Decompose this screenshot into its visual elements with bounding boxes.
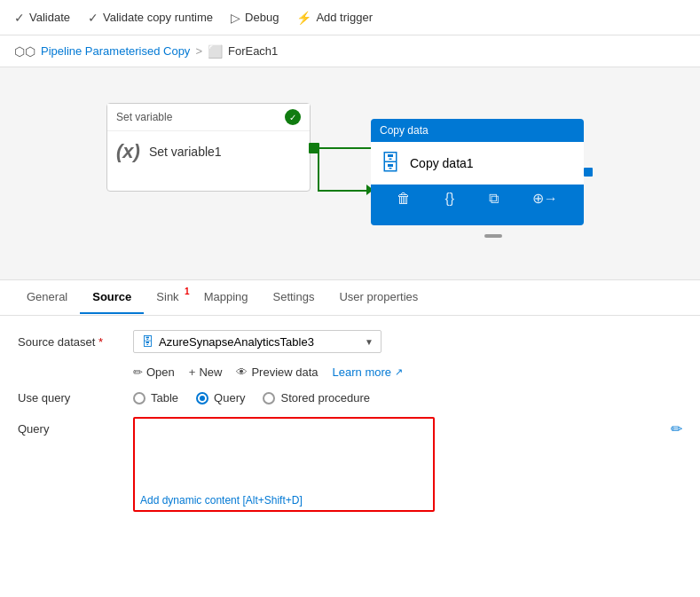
new-button[interactable]: + New	[189, 365, 223, 379]
dataset-name: AzureSynapseAnalyticsTable3	[159, 335, 314, 349]
tab-mapping[interactable]: Mapping	[192, 281, 261, 314]
activity-tabs: General Source Sink 1 Mapping Settings U…	[0, 280, 700, 316]
connector-line-v	[318, 147, 319, 192]
collapse-indicator	[484, 234, 502, 238]
copy-data-name: Copy data1	[410, 156, 474, 170]
copy-data-title: Copy data	[380, 124, 429, 137]
copy-data-icon: 🗄	[380, 151, 401, 176]
debug-button[interactable]: ▷ Debug	[231, 11, 279, 25]
external-link-icon: ↗	[395, 366, 403, 378]
pipeline-icon: ⬡⬡	[14, 44, 35, 59]
tab-user-properties[interactable]: User properties	[326, 281, 430, 314]
tab-source[interactable]: Source	[80, 281, 144, 314]
copy-data-connector	[584, 168, 593, 177]
set-variable-header: Set variable ✓	[107, 104, 310, 131]
validate-icon: ✓	[14, 11, 25, 25]
connector-line-h2	[318, 190, 371, 192]
set-variable-check-icon: ✓	[285, 109, 301, 125]
debug-icon: ▷	[231, 11, 240, 25]
query-radio-circle	[196, 392, 208, 405]
use-query-row: Use query Table Query Stored procedure	[18, 391, 682, 405]
add-dynamic-content-link[interactable]: Add dynamic content [Alt+Shift+D]	[135, 492, 433, 510]
set-variable-title: Set variable	[116, 111, 172, 123]
learn-more-link[interactable]: Learn more ↗	[333, 365, 403, 379]
tab-sink[interactable]: Sink 1	[144, 281, 191, 314]
use-query-options: Table Query Stored procedure	[133, 391, 682, 405]
open-button[interactable]: ✏ Open	[133, 365, 175, 379]
variable-icon: (x)	[116, 140, 140, 163]
validate-button[interactable]: ✓ Validate	[14, 11, 70, 25]
copy-data-body: 🗄 Copy data1	[371, 142, 584, 185]
source-dataset-value: 🗄 AzureSynapseAnalyticsTable3 ▼	[133, 330, 682, 353]
query-value-area: Add dynamic content [Alt+Shift+D] ✏	[133, 417, 682, 512]
use-query-label: Use query	[18, 391, 133, 405]
pipeline-label[interactable]: Pipeline Parameterised Copy	[41, 44, 190, 58]
connector-line-h	[318, 147, 371, 149]
edit-pencil-icon[interactable]: ✏	[671, 420, 682, 437]
sink-badge: 1	[185, 287, 190, 296]
validate-copy-runtime-button[interactable]: ✓ Validate copy runtime	[88, 11, 213, 25]
add-connection-icon[interactable]: ⊕→	[532, 190, 558, 207]
query-input[interactable]	[135, 419, 433, 490]
stored-procedure-radio-circle	[263, 392, 275, 405]
query-row: Query Add dynamic content [Alt+Shift+D] …	[18, 417, 682, 512]
add-trigger-button[interactable]: ⚡ Add trigger	[296, 11, 373, 25]
source-dataset-row: Source dataset * 🗄 AzureSynapseAnalytics…	[18, 330, 682, 353]
tab-settings[interactable]: Settings	[261, 281, 327, 314]
foreach-icon: ⬜	[208, 44, 223, 59]
radio-table[interactable]: Table	[133, 391, 178, 405]
trigger-icon: ⚡	[296, 11, 311, 25]
breadcrumb: ⬡⬡ Pipeline Parameterised Copy > ⬜ ForEa…	[0, 35, 700, 67]
dataset-select-dropdown[interactable]: 🗄 AzureSynapseAnalyticsTable3 ▼	[133, 330, 381, 353]
code-icon[interactable]: {}	[444, 191, 454, 207]
copy-data-header: Copy data	[371, 119, 584, 142]
set-variable-activity[interactable]: Set variable ✓ (x) Set variable1	[106, 103, 311, 192]
action-buttons-row: ✏ Open + New 👁 Preview data Learn more ↗	[133, 365, 682, 379]
new-icon: +	[189, 365, 196, 379]
copy-data-footer: 🗑 {} ⧉ ⊕→	[371, 185, 584, 212]
open-icon: ✏	[133, 365, 143, 379]
tab-general[interactable]: General	[14, 281, 80, 314]
preview-data-button[interactable]: 👁 Preview data	[236, 365, 318, 379]
breadcrumb-separator: >	[195, 44, 202, 58]
required-marker: *	[98, 335, 103, 349]
toolbar: ✓ Validate ✓ Validate copy runtime ▷ Deb…	[0, 0, 700, 35]
pipeline-canvas: Set variable ✓ (x) Set variable1 Copy da…	[0, 67, 700, 280]
query-label: Query	[18, 417, 133, 436]
foreach-label: ForEach1	[228, 44, 278, 58]
radio-query[interactable]: Query	[196, 391, 245, 405]
copy-icon[interactable]: ⧉	[489, 191, 499, 207]
source-dataset-label: Source dataset *	[18, 335, 133, 349]
dropdown-chevron-icon: ▼	[365, 337, 374, 347]
set-variable-body: (x) Set variable1	[107, 131, 310, 172]
table-radio-circle	[133, 392, 146, 405]
query-box-container: Add dynamic content [Alt+Shift+D]	[133, 417, 655, 512]
validate-copy-runtime-icon: ✓	[88, 11, 98, 25]
copy-data-activity[interactable]: Copy data 🗄 Copy data1 🗑 {} ⧉ ⊕→	[371, 119, 584, 225]
radio-stored-procedure[interactable]: Stored procedure	[263, 391, 369, 405]
query-radio-group: Table Query Stored procedure	[133, 391, 370, 405]
dataset-db-icon: 🗄	[141, 334, 153, 349]
source-properties-panel: Source dataset * 🗄 AzureSynapseAnalytics…	[0, 316, 700, 538]
query-textbox[interactable]: Add dynamic content [Alt+Shift+D]	[133, 417, 435, 512]
preview-icon: 👁	[236, 365, 248, 379]
delete-icon[interactable]: 🗑	[397, 191, 411, 207]
set-variable-name: Set variable1	[149, 145, 222, 159]
